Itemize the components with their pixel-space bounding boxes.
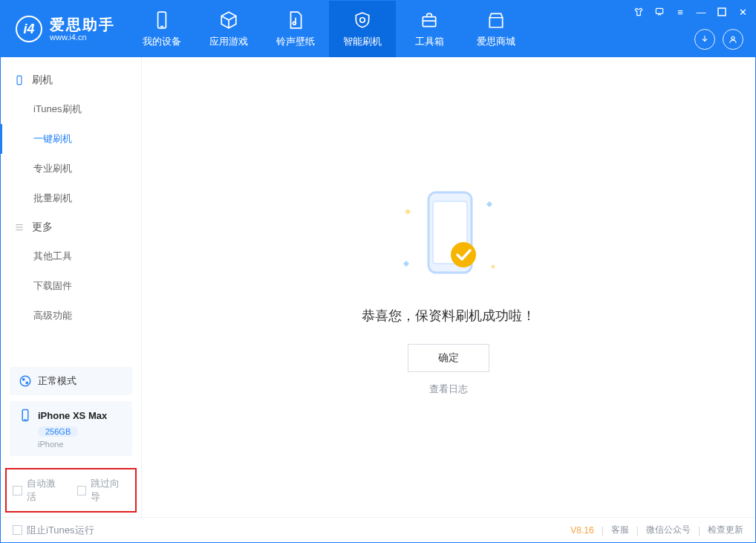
svg-marker-20 <box>491 264 495 269</box>
sidebar-item-itunes-flash[interactable]: iTunes刷机 <box>33 94 141 124</box>
main-panel: 恭喜您，保资料刷机成功啦！ 确定 查看日志 <box>142 57 755 517</box>
sidebar-item-advanced[interactable]: 高级功能 <box>33 301 141 331</box>
sidebar-section-flash: 刷机 <box>1 66 141 94</box>
tab-label: 应用游戏 <box>209 35 248 48</box>
tab-label: 工具箱 <box>415 35 444 48</box>
check-update-link[interactable]: 检查更新 <box>708 524 743 536</box>
checkbox-icon <box>13 486 22 495</box>
tab-ringtones[interactable]: 铃声壁纸 <box>262 1 329 57</box>
mode-icon <box>19 374 32 388</box>
sidebar-item-other-tools[interactable]: 其他工具 <box>33 241 141 271</box>
phone-outline-icon <box>14 75 25 85</box>
store-icon <box>486 10 506 30</box>
checkbox-icon <box>13 525 22 535</box>
footer-left: 阻止iTunes运行 <box>13 524 94 537</box>
sidebar-item-oneclick-flash[interactable]: 一键刷机 <box>33 124 141 154</box>
mode-card[interactable]: 正常模式 <box>10 367 132 395</box>
logo: i4 爱思助手 www.i4.cn <box>1 1 128 57</box>
sidebar-section-title: 更多 <box>32 221 53 234</box>
svg-marker-17 <box>405 209 411 215</box>
titlebar: i4 爱思助手 www.i4.cn 我的设备 应用游戏 铃声壁纸 智能刷机 <box>1 1 755 57</box>
separator: | <box>698 525 700 536</box>
app-window: i4 爱思助手 www.i4.cn 我的设备 应用游戏 铃声壁纸 智能刷机 <box>0 0 756 543</box>
svg-rect-3 <box>423 16 435 26</box>
user-icon[interactable] <box>723 29 743 50</box>
minimize-button[interactable]: — <box>696 7 706 17</box>
device-phone-icon <box>19 409 32 422</box>
logo-letter: i4 <box>23 22 34 37</box>
separator: | <box>636 525 639 536</box>
checkbox-skip-guide[interactable]: 跳过向导 <box>77 477 130 504</box>
svg-marker-19 <box>403 261 409 267</box>
window-controls: ≡ — ✕ <box>633 7 748 17</box>
sidebar-bottom: 正常模式 iPhone XS Max 256GB iPhone <box>1 360 141 462</box>
svg-rect-8 <box>17 76 22 85</box>
device-storage-badge: 256GB <box>38 426 78 437</box>
sidebar-scroll: 刷机 iTunes刷机 一键刷机 专业刷机 批量刷机 更多 其他工具 下载固件 … <box>1 57 141 360</box>
tab-apps[interactable]: 应用游戏 <box>195 1 262 57</box>
logo-icon: i4 <box>16 16 42 42</box>
support-link[interactable]: 客服 <box>611 524 629 536</box>
highlight-box: 自动激活 跳过向导 <box>5 468 137 513</box>
sidebar-items-more: 其他工具 下载固件 高级功能 <box>1 241 141 331</box>
svg-rect-5 <box>656 8 662 13</box>
svg-rect-0 <box>158 12 166 28</box>
checkbox-icon <box>77 486 87 495</box>
cube-icon <box>219 10 238 30</box>
statusbar: 阻止iTunes运行 V8.16 | 客服 | 微信公众号 | 检查更新 <box>1 517 755 542</box>
tab-label: 爱思商城 <box>477 35 515 48</box>
checkbox-auto-activate[interactable]: 自动激活 <box>13 477 65 504</box>
svg-point-12 <box>20 376 30 386</box>
sidebar-item-download-firmware[interactable]: 下载固件 <box>33 271 141 301</box>
close-button[interactable]: ✕ <box>737 7 748 17</box>
brand-name: 爱思助手 <box>50 16 115 33</box>
svg-rect-6 <box>718 8 726 16</box>
menu-icon[interactable]: ≡ <box>675 7 685 17</box>
svg-marker-18 <box>486 201 492 207</box>
toolbox-icon <box>420 10 439 30</box>
tab-my-device[interactable]: 我的设备 <box>128 1 195 57</box>
header-right: ≡ — ✕ <box>633 1 748 57</box>
footer-right: V8.16 | 客服 | 微信公众号 | 检查更新 <box>570 524 743 536</box>
checkbox-block-itunes[interactable]: 阻止iTunes运行 <box>13 524 94 537</box>
music-file-icon <box>286 10 305 30</box>
main-tabs: 我的设备 应用游戏 铃声壁纸 智能刷机 工具箱 爱思商城 <box>128 1 529 57</box>
checkbox-label: 跳过向导 <box>91 477 129 504</box>
maximize-button[interactable] <box>717 7 727 17</box>
tab-label: 铃声壁纸 <box>276 35 315 48</box>
version-label: V8.16 <box>570 525 593 536</box>
sidebar-item-batch-flash[interactable]: 批量刷机 <box>33 183 141 213</box>
device-type: iPhone <box>38 440 123 449</box>
tab-label: 智能刷机 <box>343 35 382 48</box>
body: 刷机 iTunes刷机 一键刷机 专业刷机 批量刷机 更多 其他工具 下载固件 … <box>1 57 755 517</box>
tab-store[interactable]: 爱思商城 <box>463 1 529 57</box>
device-card[interactable]: iPhone XS Max 256GB iPhone <box>10 401 132 456</box>
list-icon <box>14 222 25 233</box>
logo-text: 爱思助手 www.i4.cn <box>50 16 115 42</box>
download-icon[interactable] <box>694 29 715 50</box>
sidebar-item-pro-flash[interactable]: 专业刷机 <box>33 154 141 183</box>
feedback-icon[interactable] <box>654 7 665 17</box>
device-name: iPhone XS Max <box>38 410 107 421</box>
separator: | <box>602 525 604 536</box>
svg-point-23 <box>451 242 476 267</box>
mode-label: 正常模式 <box>38 374 76 388</box>
header-action-icons <box>694 29 748 50</box>
sidebar-items-flash: iTunes刷机 一键刷机 专业刷机 批量刷机 <box>1 94 141 213</box>
tab-flash[interactable]: 智能刷机 <box>329 1 396 57</box>
checkbox-label: 阻止iTunes运行 <box>27 524 94 537</box>
svg-point-2 <box>293 22 296 25</box>
refresh-shield-icon <box>353 10 372 30</box>
success-illustration <box>393 179 504 290</box>
checkbox-label: 自动激活 <box>27 477 65 504</box>
view-log-link[interactable]: 查看日志 <box>429 383 468 396</box>
wechat-link[interactable]: 微信公众号 <box>646 524 691 536</box>
sidebar-section-title: 刷机 <box>32 74 53 87</box>
tshirt-icon[interactable] <box>633 7 644 17</box>
brand-site: www.i4.cn <box>50 33 115 42</box>
ok-button[interactable]: 确定 <box>408 344 489 372</box>
phone-icon <box>152 10 172 30</box>
tab-toolbox[interactable]: 工具箱 <box>396 1 463 57</box>
sidebar: 刷机 iTunes刷机 一键刷机 专业刷机 批量刷机 更多 其他工具 下载固件 … <box>1 57 142 517</box>
svg-point-14 <box>26 382 27 383</box>
